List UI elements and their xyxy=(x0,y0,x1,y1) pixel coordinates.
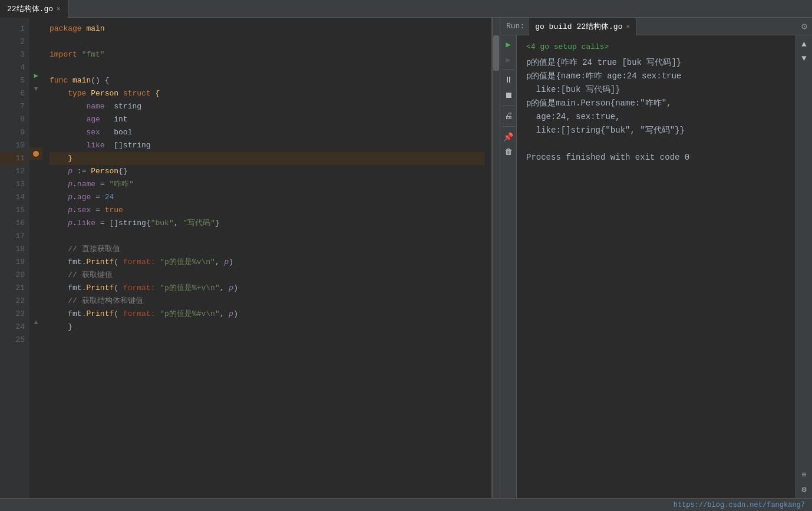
code-area: 1234567891011121314151617181920212223242… xyxy=(0,18,491,498)
run-content-area: ▶ ▶ ⏸ ⏹ 🖨 📌 🗑 <4 go setup calls>p的值是{咋咋 … xyxy=(500,35,812,498)
run-play-button[interactable]: ▶ xyxy=(502,38,515,51)
code-lines: 1234567891011121314151617181920212223242… xyxy=(0,18,491,498)
run-tab-close[interactable]: ✕ xyxy=(626,22,630,30)
output-wrap-toggle[interactable]: ≡ xyxy=(798,469,811,482)
editor-tab-close[interactable]: ✕ xyxy=(57,5,61,12)
scroll-thumb[interactable] xyxy=(493,35,499,71)
run-right-toolbar: ▲ ▼ ≡ ⚙ xyxy=(796,35,812,498)
run-left-toolbar: ▶ ▶ ⏸ ⏹ 🖨 📌 🗑 xyxy=(500,35,517,498)
run-output-content: <4 go setup calls>p的值是{咋咋 24 true [buk 写… xyxy=(526,41,786,165)
run-print-button[interactable]: 🖨 xyxy=(502,110,515,123)
run-tab-bar: Run: go build 22结构体.go ✕ ⚙ xyxy=(500,18,812,35)
main-area: 1234567891011121314151617181920212223242… xyxy=(0,18,812,498)
run-panel: Run: go build 22结构体.go ✕ ⚙ ▶ ▶ ⏸ ⏹ 🖨 📌 xyxy=(500,18,812,498)
status-url: https://blog.csdn.net/fangkang7 xyxy=(674,501,805,509)
editor-tab-bar: 22结构体.go ✕ xyxy=(0,0,812,18)
status-bar: https://blog.csdn.net/fangkang7 xyxy=(0,498,812,511)
run-tab-name-text: go build 22结构体.go xyxy=(535,21,622,32)
output-scroll-down[interactable]: ▼ xyxy=(798,52,811,65)
editor-tab-active[interactable]: 22结构体.go ✕ xyxy=(0,0,68,18)
run-output: <4 go setup calls>p的值是{咋咋 24 true [buk 写… xyxy=(517,35,796,498)
run-tab-name[interactable]: go build 22结构体.go ✕ xyxy=(529,18,636,35)
editor-scrollbar xyxy=(492,18,500,498)
run-clear-button[interactable]: 🗑 xyxy=(502,146,515,159)
run-label: Run: xyxy=(506,22,524,31)
run-pause-button[interactable]: ⏸ xyxy=(502,74,515,87)
output-scroll-up[interactable]: ▲ xyxy=(798,38,811,51)
editor-pane: 1234567891011121314151617181920212223242… xyxy=(0,18,492,498)
toolbar-divider2 xyxy=(502,106,515,106)
run-stop-button[interactable]: ⏹ xyxy=(502,89,515,102)
settings-icon[interactable]: ⚙ xyxy=(797,21,812,32)
run-pin-button[interactable]: 📌 xyxy=(502,130,515,143)
output-settings[interactable]: ⚙ xyxy=(798,483,811,496)
toolbar-divider3 xyxy=(502,126,515,127)
run-rerun-button[interactable]: ▶ xyxy=(502,53,515,66)
editor-tab-label: 22结构体.go xyxy=(7,4,53,14)
toolbar-divider1 xyxy=(502,70,515,70)
run-tab-left: Run: go build 22结构体.go ✕ xyxy=(500,18,642,35)
